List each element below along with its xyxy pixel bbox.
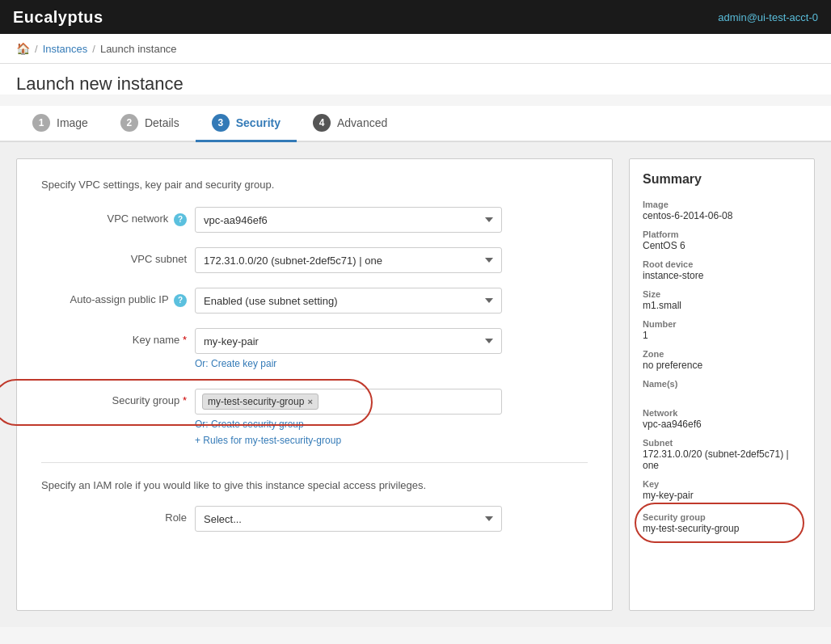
form-panel: Specify VPC settings, key pair and secur… [16,158,613,611]
summary-key-label: Key [643,479,801,489]
summary-image-value: centos-6-2014-06-08 [643,210,801,221]
page-title-bar: Launch new instance [0,64,831,95]
summary-root-device-value: instance-store [643,270,801,281]
tab-advanced-badge: 4 [313,114,331,132]
summary-zone-value: no preference [643,360,801,371]
summary-names-value [643,389,801,400]
breadcrumb-sep2: / [92,43,95,55]
auto-assign-label: Auto-assign public IP ? [41,288,187,307]
vpc-network-control: vpc-aa946ef6 [195,207,502,233]
main-content: Specify VPC settings, key pair and secur… [0,142,831,627]
app-title: Eucalyptus [13,8,103,27]
section1-desc: Specify VPC settings, key pair and secur… [41,179,588,191]
summary-network-row: Network vpc-aa946ef6 [643,408,801,430]
page-title: Launch new instance [16,74,815,95]
vpc-network-label: VPC network ? [41,207,187,226]
key-name-group: Key name * my-key-pair Or: Create key pa… [41,328,588,369]
auto-assign-select[interactable]: Enabled (use subnet setting) [195,288,502,314]
tab-image[interactable]: 1 Image [16,106,104,142]
breadcrumb-sep1: / [35,43,38,55]
summary-key-value: my-key-pair [643,490,801,501]
tab-security-label: Security [236,116,281,129]
summary-root-device-label: Root device [643,259,801,269]
security-group-tag-input[interactable]: my-test-security-group × [195,389,502,415]
summary-number-label: Number [643,319,801,329]
security-group-tag-label: my-test-security-group [208,396,304,407]
summary-zone-row: Zone no preference [643,349,801,371]
summary-image-row: Image centos-6-2014-06-08 [643,200,801,221]
vpc-network-help-icon[interactable]: ? [174,213,187,226]
auto-assign-control: Enabled (use subnet setting) [195,288,502,314]
tab-image-badge: 1 [32,114,50,132]
security-group-label: Security group * [41,389,187,406]
key-name-select[interactable]: my-key-pair [195,328,502,354]
header: Eucalyptus admin@ui-test-acct-0 [0,0,831,34]
create-security-group-link[interactable]: Or: Create security group [195,419,502,430]
role-label: Role [41,506,187,524]
summary-size-label: Size [643,289,801,299]
role-select[interactable]: Select... [195,506,502,532]
section-divider [41,462,588,463]
home-icon[interactable]: 🏠 [16,42,30,55]
summary-title: Summary [643,172,801,187]
breadcrumb-current: Launch instance [100,43,177,55]
security-group-control: my-test-security-group × Or: Create secu… [195,389,502,446]
breadcrumb-instances-link[interactable]: Instances [43,43,88,55]
tab-advanced[interactable]: 4 Advanced [297,106,403,142]
rules-link[interactable]: + Rules for my-test-security-group [195,435,502,446]
tab-security[interactable]: 3 Security [196,106,297,142]
summary-zone-label: Zone [643,349,801,359]
key-name-required: * [183,334,187,346]
security-group-tag: my-test-security-group × [202,394,318,410]
vpc-subnet-select[interactable]: 172.31.0.0/20 (subnet-2def5c71) | one [195,247,502,273]
role-control: Select... [195,506,502,532]
auto-assign-group: Auto-assign public IP ? Enabled (use sub… [41,288,588,314]
tabs: 1 Image 2 Details 3 Security 4 Advanced [0,106,831,142]
role-group: Role Select... [41,506,588,532]
vpc-subnet-label: VPC subnet [41,247,187,265]
vpc-network-group: VPC network ? vpc-aa946ef6 [41,207,588,233]
summary-panel: Summary Image centos-6-2014-06-08 Platfo… [629,158,815,611]
summary-names-label: Name(s) [643,379,801,389]
summary-key-row: Key my-key-pair [643,479,801,501]
vpc-subnet-group: VPC subnet 172.31.0.0/20 (subnet-2def5c7… [41,247,588,273]
summary-size-value: m1.small [643,300,801,311]
summary-subnet-value: 172.31.0.0/20 (subnet-2def5c71) | one [643,448,801,471]
tab-security-badge: 3 [212,114,230,132]
summary-names-row: Name(s) [643,379,801,400]
summary-platform-row: Platform CentOS 6 [643,229,801,251]
vpc-subnet-control: 172.31.0.0/20 (subnet-2def5c71) | one [195,247,502,273]
section2-desc: Specify an IAM role if you would like to… [41,479,588,491]
summary-number-row: Number 1 [643,319,801,341]
tab-details[interactable]: 2 Details [104,106,196,142]
security-group-tag-close[interactable]: × [307,397,312,406]
summary-network-value: vpc-aa946ef6 [643,419,801,430]
security-group-required: * [183,394,187,406]
summary-image-label: Image [643,200,801,209]
breadcrumb: 🏠 / Instances / Launch instance [0,34,831,64]
create-key-pair-link[interactable]: Or: Create key pair [195,358,502,369]
tab-details-badge: 2 [120,114,138,132]
key-name-control: my-key-pair Or: Create key pair [195,328,502,369]
summary-security-group-value: my-test-security-group [643,523,801,534]
tab-details-label: Details [145,116,179,129]
tab-image-label: Image [57,116,88,129]
tab-advanced-label: Advanced [337,116,387,129]
summary-size-row: Size m1.small [643,289,801,311]
summary-security-group-label: Security group [643,512,801,522]
security-group-group: Security group * my-test-security-group … [41,389,588,446]
summary-platform-label: Platform [643,229,801,239]
summary-subnet-label: Subnet [643,438,801,448]
vpc-network-select[interactable]: vpc-aa946ef6 [195,207,502,233]
key-name-label: Key name * [41,328,187,346]
summary-number-value: 1 [643,330,801,341]
summary-subnet-row: Subnet 172.31.0.0/20 (subnet-2def5c71) |… [643,438,801,471]
summary-network-label: Network [643,408,801,418]
auto-assign-help-icon[interactable]: ? [174,294,187,307]
header-user: admin@ui-test-acct-0 [718,11,818,23]
summary-security-group-row: Security group my-test-security-group [643,509,801,537]
summary-platform-value: CentOS 6 [643,240,801,251]
summary-root-device-row: Root device instance-store [643,259,801,281]
